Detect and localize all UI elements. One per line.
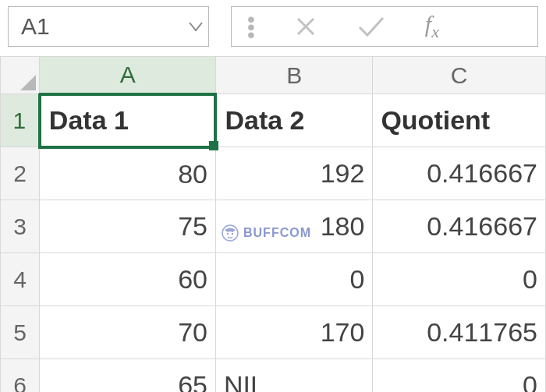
cell-B1[interactable]: Data 2 [215, 94, 372, 147]
column-header-row: A B C [1, 57, 546, 94]
cell-C4[interactable]: 0 [373, 253, 546, 306]
column-header-C[interactable]: C [373, 57, 546, 94]
row-header[interactable]: 6 [1, 359, 40, 393]
dropdown-icon [188, 21, 204, 32]
cell-B3[interactable]: 180 [215, 200, 372, 253]
drag-handle-icon: ••• [247, 17, 255, 37]
column-header-B[interactable]: B [215, 57, 372, 94]
grid-row: 3751800.416667 [1, 200, 546, 253]
cell-B5[interactable]: 170 [215, 306, 372, 359]
grid-row: 5701700.411765 [1, 306, 546, 359]
cell-A1[interactable]: Data 1 [40, 94, 216, 147]
column-header-A[interactable]: A [40, 57, 216, 94]
cell-A4[interactable]: 60 [40, 253, 216, 306]
cell-A6[interactable]: 65 [40, 359, 216, 393]
name-box[interactable]: A1 [8, 6, 209, 47]
formula-function-group: ••• fx [231, 6, 538, 47]
grid-row: 2801920.416667 [1, 147, 546, 200]
cancel-icon[interactable] [294, 15, 317, 38]
select-all-corner[interactable] [1, 57, 40, 94]
grid-row: 1Data 1Data 2Quotient [1, 94, 546, 147]
cell-B2[interactable]: 192 [215, 147, 372, 200]
row-header[interactable]: 3 [1, 200, 40, 253]
fx-icon[interactable]: fx [425, 11, 439, 42]
cell-C2[interactable]: 0.416667 [373, 147, 546, 200]
cell-A2[interactable]: 80 [40, 147, 216, 200]
confirm-icon[interactable] [356, 15, 386, 38]
grid-row: 46000 [1, 253, 546, 306]
row-header[interactable]: 4 [1, 253, 40, 306]
row-header[interactable]: 5 [1, 306, 40, 359]
cell-A3[interactable]: 75 [40, 200, 216, 253]
cell-C5[interactable]: 0.411765 [373, 306, 546, 359]
row-header[interactable]: 1 [1, 94, 40, 147]
cell-C6[interactable]: 0 [373, 359, 546, 393]
grid-row: 665NIL0 [1, 359, 546, 393]
cell-A5[interactable]: 70 [40, 306, 216, 359]
cell-C3[interactable]: 0.416667 [373, 200, 546, 253]
name-box-value: A1 [21, 13, 188, 40]
cell-B4[interactable]: 0 [215, 253, 372, 306]
row-header[interactable]: 2 [1, 147, 40, 200]
formula-bar: A1 ••• fx [0, 0, 546, 56]
spreadsheet-grid[interactable]: A B C 1Data 1Data 2Quotient2801920.41666… [0, 56, 546, 392]
cell-B6[interactable]: NIL [215, 359, 372, 393]
cell-C1[interactable]: Quotient [373, 94, 546, 147]
